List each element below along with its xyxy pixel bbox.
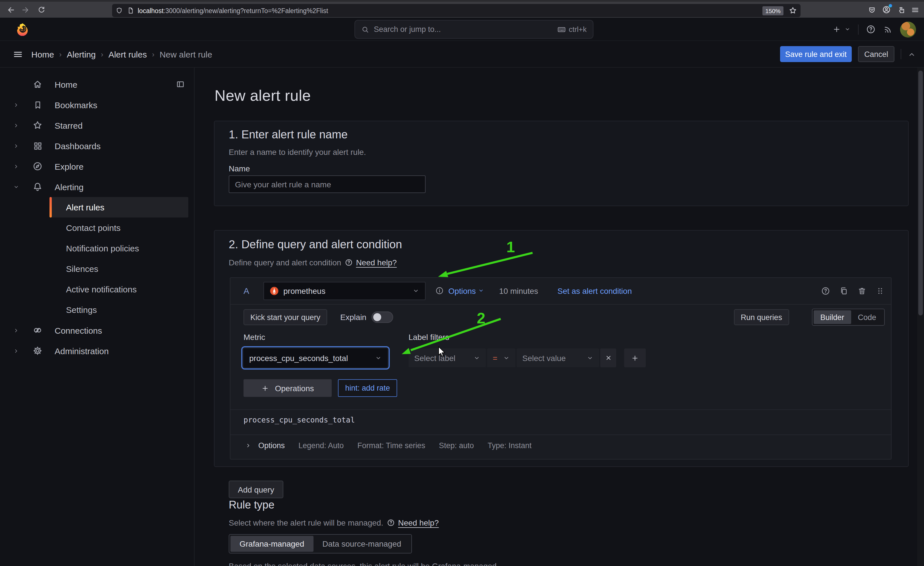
- chevron-right-icon[interactable]: [245, 443, 252, 449]
- chevron-down-icon: [375, 354, 382, 361]
- rule-type-need-help-link[interactable]: Need help?: [398, 518, 439, 527]
- options-format: Format: Time series: [357, 441, 425, 450]
- plus-icon: [631, 354, 639, 362]
- operator-value: =: [493, 353, 497, 363]
- datasource-picker[interactable]: prometheus: [263, 281, 426, 300]
- operations-button[interactable]: Operations: [243, 379, 332, 397]
- select-value-dropdown[interactable]: Select value: [517, 348, 599, 367]
- step2-heading: 2. Define query and alert condition: [229, 238, 402, 251]
- plus-icon: [261, 384, 269, 392]
- select-label-dropdown[interactable]: Select label: [408, 348, 486, 367]
- metric-label: Metric: [243, 333, 265, 342]
- rule-type-description-row: Select where the alert rule will be mana…: [229, 518, 439, 527]
- builder-mode-option[interactable]: Builder: [813, 310, 851, 324]
- step1-description: Enter a name to identify your alert rule…: [229, 148, 366, 157]
- page-title: New alert rule: [214, 87, 311, 105]
- query-options-toggle[interactable]: Options: [448, 286, 476, 295]
- question-circle-icon[interactable]: [387, 519, 394, 527]
- toggle-knob: [373, 313, 381, 321]
- card-divider: [230, 409, 891, 410]
- prometheus-icon: [270, 286, 279, 295]
- rule-name-input[interactable]: [229, 175, 426, 193]
- add-filter-button[interactable]: [624, 348, 646, 367]
- query-help-icon[interactable]: [821, 286, 830, 295]
- question-circle-icon[interactable]: [345, 259, 352, 266]
- metric-value: process_cpu_seconds_total: [249, 353, 348, 363]
- run-queries-button[interactable]: Run queries: [734, 309, 789, 325]
- duplicate-query-icon[interactable]: [839, 286, 848, 295]
- delete-query-icon[interactable]: [857, 286, 867, 295]
- chevron-down-icon: [473, 354, 480, 361]
- grafana-managed-option[interactable]: Grafana-managed: [230, 536, 313, 552]
- metric-select[interactable]: process_cpu_seconds_total: [243, 348, 387, 367]
- query-options-row: Options Legend: Auto Format: Time series…: [245, 441, 532, 450]
- info-circle-icon[interactable]: [435, 286, 444, 295]
- rule-type-description: Select where the alert rule will be mana…: [229, 518, 383, 527]
- options-type: Type: Instant: [488, 441, 532, 450]
- drag-handle-icon[interactable]: [876, 286, 885, 295]
- step2-description: Define query and alert condition: [229, 258, 341, 267]
- select-value-placeholder: Select value: [522, 353, 566, 363]
- remove-filter-button[interactable]: [600, 348, 616, 367]
- rule-type-footnote: Based on the selected data sources, this…: [229, 561, 798, 566]
- builder-toolbar-row: Kick start your query Explain Run querie…: [230, 308, 892, 326]
- datasource-name: prometheus: [284, 286, 326, 295]
- explain-toggle[interactable]: [372, 312, 393, 323]
- step2-need-help-link[interactable]: Need help?: [356, 258, 397, 267]
- editor-mode-switch: Builder Code: [812, 309, 885, 326]
- step2-description-row: Define query and alert condition Need he…: [229, 258, 397, 267]
- options-legend: Legend: Auto: [298, 441, 344, 450]
- hint-add-rate-button[interactable]: hint: add rate: [338, 379, 397, 397]
- main-content: New alert rule 1. Enter alert rule name …: [0, 0, 924, 566]
- set-alert-condition-link[interactable]: Set as alert condition: [558, 286, 632, 295]
- page-scrollbar[interactable]: [917, 68, 924, 566]
- chevron-down-icon: [503, 354, 510, 361]
- rule-type-heading: Rule type: [229, 499, 274, 511]
- rule-type-switch: Grafana-managed Data source-managed: [229, 534, 412, 554]
- close-icon: [604, 354, 612, 361]
- code-mode-option[interactable]: Code: [851, 310, 883, 324]
- add-query-button[interactable]: Add query: [229, 480, 284, 498]
- select-label-placeholder: Select label: [414, 353, 456, 363]
- scrollbar-thumb[interactable]: [918, 71, 923, 315]
- query-time-range: 10 minutes: [499, 286, 538, 295]
- datasource-managed-option[interactable]: Data source-managed: [313, 536, 410, 552]
- options-step: Step: auto: [439, 441, 474, 450]
- name-label: Name: [229, 164, 250, 173]
- label-filters-label: Label filters: [408, 333, 449, 342]
- card-divider: [230, 435, 891, 435]
- explain-label: Explain: [340, 313, 366, 322]
- query-header-row: A prometheus Options 10 minutes Set as a…: [230, 277, 892, 304]
- chevron-down-icon: [586, 354, 593, 361]
- options-toggle-label[interactable]: Options: [258, 441, 285, 450]
- query-expression-preview: process_cpu_seconds_total: [243, 415, 355, 424]
- operator-dropdown[interactable]: =: [487, 348, 516, 367]
- grafana-app: localhost:3000/alerting/new/alerting?ret…: [0, 0, 924, 566]
- query-ref-id: A: [243, 286, 249, 295]
- card-divider: [230, 304, 891, 305]
- kick-start-button[interactable]: Kick start your query: [243, 309, 327, 325]
- query-editor-card: [230, 277, 892, 459]
- step1-heading: 1. Enter alert rule name: [229, 128, 348, 141]
- chevron-down-icon: [412, 287, 419, 294]
- chevron-down-icon[interactable]: [478, 288, 484, 294]
